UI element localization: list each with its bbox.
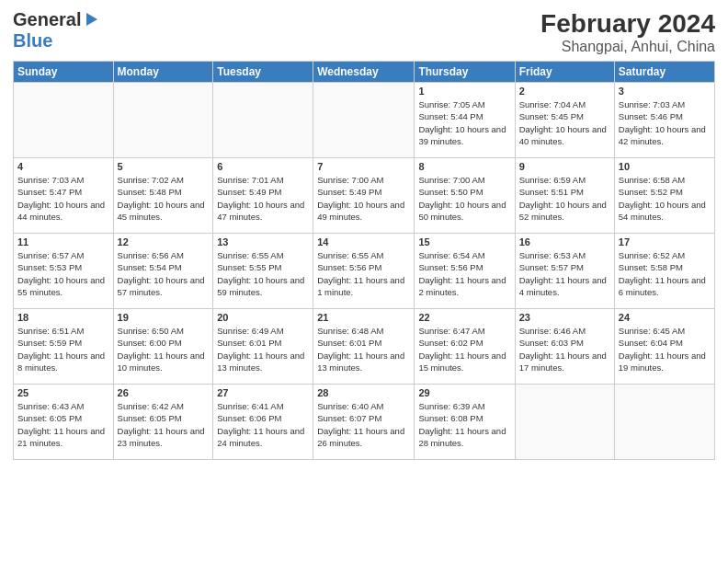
title-area: February 2024 Shangpai, Anhui, China [540,9,715,55]
logo-arrow-icon [83,11,99,28]
table-row: 14Sunrise: 6:55 AM Sunset: 5:56 PM Dayli… [313,234,415,309]
day-number: 16 [519,236,610,247]
table-row: 21Sunrise: 6:48 AM Sunset: 6:01 PM Dayli… [313,309,415,385]
col-wednesday: Wednesday [313,62,415,83]
day-info: Sunrise: 6:45 AM Sunset: 6:04 PM Dayligh… [619,325,711,373]
table-row: 16Sunrise: 6:53 AM Sunset: 5:57 PM Dayli… [515,234,614,309]
day-info: Sunrise: 6:46 AM Sunset: 6:03 PM Dayligh… [519,325,610,373]
col-friday: Friday [515,62,614,83]
day-info: Sunrise: 7:03 AM Sunset: 5:46 PM Dayligh… [619,98,711,147]
day-info: Sunrise: 7:00 AM Sunset: 5:49 PM Dayligh… [317,174,410,223]
day-info: Sunrise: 6:42 AM Sunset: 6:05 PM Dayligh… [118,400,210,449]
table-row: 24Sunrise: 6:45 AM Sunset: 6:04 PM Dayli… [614,309,714,385]
day-number: 23 [519,312,610,323]
day-number: 12 [118,236,210,247]
day-info: Sunrise: 6:40 AM Sunset: 6:07 PM Dayligh… [317,400,410,449]
calendar-subtitle: Shangpai, Anhui, China [540,39,715,55]
table-row: 5Sunrise: 7:02 AM Sunset: 5:48 PM Daylig… [113,158,213,234]
day-number: 8 [418,161,510,172]
table-row: 26Sunrise: 6:42 AM Sunset: 6:05 PM Dayli… [113,385,213,460]
table-row: 9Sunrise: 6:59 AM Sunset: 5:51 PM Daylig… [515,158,614,234]
table-row: 28Sunrise: 6:40 AM Sunset: 6:07 PM Dayli… [313,385,415,460]
day-info: Sunrise: 6:51 AM Sunset: 5:59 PM Dayligh… [17,325,109,373]
table-row [113,83,213,158]
day-info: Sunrise: 7:03 AM Sunset: 5:47 PM Dayligh… [17,174,109,223]
day-info: Sunrise: 6:49 AM Sunset: 6:01 PM Dayligh… [217,325,309,373]
day-number: 28 [317,387,410,398]
day-info: Sunrise: 6:55 AM Sunset: 5:56 PM Dayligh… [317,249,410,298]
calendar-week-row: 1Sunrise: 7:05 AM Sunset: 5:44 PM Daylig… [14,83,715,158]
day-info: Sunrise: 6:47 AM Sunset: 6:02 PM Dayligh… [418,325,510,373]
day-number: 19 [118,312,210,323]
table-row: 20Sunrise: 6:49 AM Sunset: 6:01 PM Dayli… [213,309,313,385]
day-number: 5 [118,161,210,172]
calendar-week-row: 18Sunrise: 6:51 AM Sunset: 5:59 PM Dayli… [14,309,715,385]
table-row: 25Sunrise: 6:43 AM Sunset: 6:05 PM Dayli… [14,385,114,460]
day-info: Sunrise: 6:50 AM Sunset: 6:00 PM Dayligh… [118,325,210,373]
day-info: Sunrise: 7:04 AM Sunset: 5:45 PM Dayligh… [519,98,610,147]
table-row: 22Sunrise: 6:47 AM Sunset: 6:02 PM Dayli… [415,309,515,385]
day-number: 7 [317,161,410,172]
day-info: Sunrise: 6:48 AM Sunset: 6:01 PM Dayligh… [317,325,410,373]
calendar-week-row: 4Sunrise: 7:03 AM Sunset: 5:47 PM Daylig… [14,158,715,234]
day-number: 11 [17,236,109,247]
table-row: 1Sunrise: 7:05 AM Sunset: 5:44 PM Daylig… [415,83,515,158]
day-number: 20 [217,312,309,323]
table-row: 23Sunrise: 6:46 AM Sunset: 6:03 PM Dayli… [515,309,614,385]
table-row: 19Sunrise: 6:50 AM Sunset: 6:00 PM Dayli… [113,309,213,385]
day-number: 27 [217,387,309,398]
calendar-table: Sunday Monday Tuesday Wednesday Thursday… [13,61,715,460]
day-info: Sunrise: 7:05 AM Sunset: 5:44 PM Dayligh… [418,98,510,147]
table-row [614,385,714,460]
logo-blue: Blue [13,30,52,52]
col-tuesday: Tuesday [213,62,313,83]
day-number: 9 [519,161,610,172]
day-number: 2 [519,86,610,97]
day-info: Sunrise: 7:01 AM Sunset: 5:49 PM Dayligh… [217,174,309,223]
day-info: Sunrise: 6:53 AM Sunset: 5:57 PM Dayligh… [519,249,610,298]
table-row: 17Sunrise: 6:52 AM Sunset: 5:58 PM Dayli… [614,234,714,309]
col-sunday: Sunday [14,62,114,83]
col-saturday: Saturday [614,62,714,83]
day-number: 18 [17,312,109,323]
logo-general: General [13,9,81,30]
table-row: 29Sunrise: 6:39 AM Sunset: 6:08 PM Dayli… [415,385,515,460]
day-info: Sunrise: 7:00 AM Sunset: 5:50 PM Dayligh… [418,174,510,223]
day-number: 17 [619,236,711,247]
day-info: Sunrise: 6:52 AM Sunset: 5:58 PM Dayligh… [619,249,711,298]
day-info: Sunrise: 6:56 AM Sunset: 5:54 PM Dayligh… [118,249,210,298]
svg-marker-0 [86,13,97,26]
day-number: 22 [418,312,510,323]
page: General Blue February 2024 Shangpai, Anh… [0,0,728,563]
day-number: 3 [619,86,711,97]
table-row [313,83,415,158]
day-info: Sunrise: 6:57 AM Sunset: 5:53 PM Dayligh… [17,249,109,298]
day-number: 1 [418,86,510,97]
day-number: 4 [17,161,109,172]
table-row: 11Sunrise: 6:57 AM Sunset: 5:53 PM Dayli… [14,234,114,309]
table-row: 27Sunrise: 6:41 AM Sunset: 6:06 PM Dayli… [213,385,313,460]
day-info: Sunrise: 6:55 AM Sunset: 5:55 PM Dayligh… [217,249,309,298]
table-row [213,83,313,158]
calendar-week-row: 11Sunrise: 6:57 AM Sunset: 5:53 PM Dayli… [14,234,715,309]
day-number: 21 [317,312,410,323]
day-info: Sunrise: 6:39 AM Sunset: 6:08 PM Dayligh… [418,400,510,449]
day-number: 26 [118,387,210,398]
day-number: 14 [317,236,410,247]
day-number: 6 [217,161,309,172]
table-row: 2Sunrise: 7:04 AM Sunset: 5:45 PM Daylig… [515,83,614,158]
table-row [515,385,614,460]
day-info: Sunrise: 7:02 AM Sunset: 5:48 PM Dayligh… [118,174,210,223]
day-number: 24 [619,312,711,323]
day-info: Sunrise: 6:59 AM Sunset: 5:51 PM Dayligh… [519,174,610,223]
day-number: 25 [17,387,109,398]
day-number: 13 [217,236,309,247]
day-info: Sunrise: 6:41 AM Sunset: 6:06 PM Dayligh… [217,400,309,449]
table-row: 3Sunrise: 7:03 AM Sunset: 5:46 PM Daylig… [614,83,714,158]
table-row: 10Sunrise: 6:58 AM Sunset: 5:52 PM Dayli… [614,158,714,234]
logo: General Blue [13,9,99,52]
table-row: 6Sunrise: 7:01 AM Sunset: 5:49 PM Daylig… [213,158,313,234]
calendar-header-row: Sunday Monday Tuesday Wednesday Thursday… [14,62,715,83]
day-info: Sunrise: 6:54 AM Sunset: 5:56 PM Dayligh… [418,249,510,298]
table-row [14,83,114,158]
